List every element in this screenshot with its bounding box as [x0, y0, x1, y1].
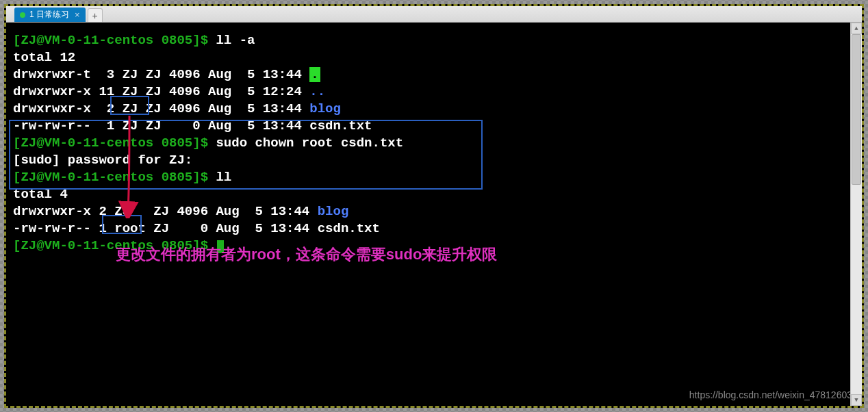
chevron-down-icon: ▼ [854, 397, 858, 404]
output-line: total 12 [13, 49, 855, 66]
output-line: -rw-rw-r-- 1 root ZJ 0 Aug 5 13:44 csdn.… [13, 220, 855, 237]
chevron-up-icon: ▲ [854, 25, 858, 32]
tab-active[interactable]: 1 日常练习 × [14, 8, 86, 22]
prompt: [ZJ@VM-0-11-centos 0805]$ [13, 33, 216, 48]
window-frame: 1 日常练习 × + [ZJ@VM-0-11-centos 0805]$ ll … [4, 4, 864, 408]
status-dot-icon [20, 12, 25, 18]
cmd-text: ll -a [216, 33, 255, 48]
output-line: drwxrwxr-x 2 ZJ ZJ 4096 Aug 5 13:44 [13, 204, 318, 219]
tab-bar: 1 日常练习 × + [6, 6, 862, 23]
scroll-track[interactable] [851, 34, 862, 394]
cmd-text: ll [216, 170, 231, 185]
output-line: drwxrwxr-x 11 ZJ ZJ 4096 Aug 5 12:24 [13, 84, 309, 99]
output-line: drwxrwxr-t 3 ZJ ZJ 4096 Aug 5 13:44 [13, 67, 309, 82]
output-line: -rw-rw-r-- 1 ZJ ZJ 0 Aug 5 13:44 csdn.tx… [13, 118, 855, 135]
terminal-output[interactable]: [ZJ@VM-0-11-centos 0805]$ ll -a total 12… [6, 23, 862, 406]
scroll-thumb[interactable] [852, 34, 861, 185]
close-icon[interactable]: × [73, 10, 81, 20]
prompt: [ZJ@VM-0-11-centos 0805]$ [13, 136, 216, 151]
cmd-text: sudo chown root csdn.txt [216, 136, 403, 151]
dir-parent: .. [309, 84, 325, 99]
output-line: [sudo] password for ZJ: [13, 152, 855, 169]
output-line: drwxrwxr-x 2 ZJ ZJ 4096 Aug 5 13:44 [13, 101, 309, 116]
prompt: [ZJ@VM-0-11-centos 0805]$ [13, 170, 216, 185]
dir-current: . [309, 67, 320, 82]
new-tab-button[interactable]: + [88, 8, 103, 22]
scroll-down-button[interactable]: ▼ [851, 394, 862, 406]
plus-icon: + [92, 10, 98, 21]
scroll-up-button[interactable]: ▲ [851, 23, 862, 34]
tab-title: 1 日常练习 [29, 9, 69, 21]
annotation-text: 更改文件的拥有者为root，这条命令需要sudo来提升权限 [116, 244, 497, 265]
scrollbar[interactable]: ▲ ▼ [850, 23, 862, 406]
watermark: https://blog.csdn.net/weixin_47812603 [689, 389, 852, 400]
dir-blog: blog [309, 101, 341, 116]
dir-blog: blog [318, 204, 349, 219]
output-line: total 4 [13, 186, 855, 203]
